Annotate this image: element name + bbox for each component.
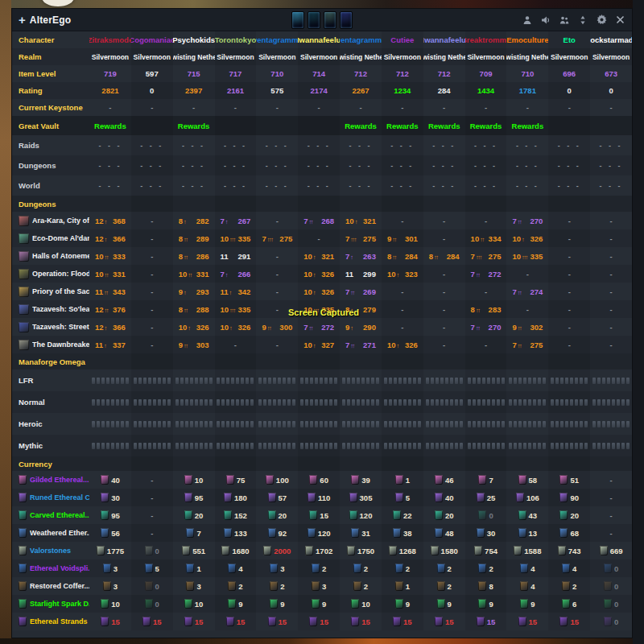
- currency-label: Restored Coffer...: [12, 577, 89, 595]
- boss-box: [175, 443, 179, 449]
- vault-slots-row-dungeons: Dungeons- - -- - -- - -- - -- - -- - -- …: [12, 155, 632, 175]
- raid-progress-cell: [131, 413, 173, 435]
- boss-box: [134, 443, 137, 449]
- boss-box: [324, 421, 328, 427]
- dungeon-score-cell: 7↑↑274: [506, 283, 548, 300]
- character-column-header[interactable]: Iwannafeelu: [423, 31, 465, 48]
- boss-box: [300, 378, 303, 384]
- close-icon[interactable]: [614, 14, 625, 26]
- currency-value-cell: 152: [215, 506, 257, 524]
- boss-box: [538, 378, 541, 384]
- boss-box: [283, 378, 286, 384]
- character-column-header[interactable]: Zitraksmode: [89, 31, 131, 48]
- dungeon-label[interactable]: Priory of the Sac...: [12, 283, 89, 300]
- character-column-header[interactable]: Torontokyo: [215, 31, 257, 48]
- character-column-header[interactable]: Iwannafeelu: [298, 31, 340, 48]
- currency-name: Weathered Ether...: [30, 529, 89, 537]
- currency-row: Carved Ethereal...95-2015220151202220043…: [12, 506, 632, 524]
- dungeon-label[interactable]: Tazavesh: So'lea...: [12, 300, 89, 318]
- vault-rewards-cell[interactable]: Rewards: [173, 116, 215, 135]
- character-column-header[interactable]: Psychokids: [173, 31, 215, 48]
- section-spacer: [423, 456, 465, 471]
- boss-box: [250, 443, 254, 449]
- portal-icon-2[interactable]: [308, 11, 320, 29]
- character-column-header[interactable]: Pentagramma: [340, 31, 382, 48]
- character-column-header[interactable]: Rockstarmade: [590, 31, 632, 48]
- vault-rewards-cell[interactable]: Rewards: [340, 116, 382, 135]
- row-label: World: [12, 175, 89, 196]
- boss-box: [617, 421, 620, 427]
- boss-box: [565, 399, 568, 406]
- character-column-header[interactable]: Cogomaniac: [131, 31, 173, 48]
- character-column-header[interactable]: Breaktromme: [465, 31, 507, 48]
- character-column-header[interactable]: Eto: [548, 31, 590, 48]
- boss-box: [268, 443, 271, 449]
- boss-box: [584, 399, 588, 406]
- boss-box: [565, 443, 568, 449]
- vault-rewards-cell[interactable]: Rewards: [89, 116, 131, 135]
- boss-box: [241, 443, 244, 449]
- dungeon-label[interactable]: Ara-Kara, City of...: [12, 212, 89, 229]
- currency-icon: [268, 528, 276, 538]
- boss-kill-indicators: [342, 399, 379, 406]
- section-spacer: [590, 196, 632, 212]
- dungeon-label[interactable]: Eco-Dome Al'dani: [12, 229, 89, 247]
- vault-slot-cell: - - -: [215, 155, 257, 175]
- dungeon-label[interactable]: Operation: Flood...: [12, 265, 89, 283]
- sort-icon[interactable]: [577, 14, 588, 26]
- boss-box: [347, 399, 350, 406]
- dungeon-label[interactable]: The Dawnbreaker: [12, 336, 89, 353]
- vault-rewards-cell[interactable]: Rewards: [382, 116, 423, 135]
- boss-box: [384, 421, 387, 427]
- currency-label: Valorstones: [12, 542, 89, 559]
- boss-kill-indicators: [92, 443, 129, 449]
- portal-icon-4[interactable]: [340, 11, 353, 29]
- character-column-header[interactable]: Emoculture: [506, 31, 548, 48]
- boss-box: [111, 399, 114, 406]
- boss-box: [126, 399, 129, 406]
- vault-rewards-cell[interactable]: Rewards: [506, 116, 548, 135]
- boss-box: [371, 443, 374, 449]
- section-spacer: [131, 353, 173, 369]
- boss-box: [551, 421, 554, 427]
- character-icon[interactable]: [522, 14, 533, 26]
- boss-kill-indicators: [175, 443, 213, 449]
- dungeon-score-cell: 10↑326: [298, 265, 340, 283]
- dungeon-label[interactable]: Tazavesh: Street...: [12, 318, 89, 336]
- currency-icon: [347, 546, 355, 555]
- vault-slot-cell: - - -: [465, 155, 507, 175]
- boss-box: [436, 443, 439, 449]
- boss-box: [543, 399, 546, 406]
- boss-box: [106, 443, 109, 449]
- dungeon-label[interactable]: Halls of Atoneme...: [12, 247, 89, 265]
- item-level-cell: 597: [131, 65, 173, 82]
- boss-box: [310, 443, 313, 449]
- boss-box: [617, 378, 620, 384]
- vault-rewards-cell[interactable]: Rewards: [423, 116, 465, 135]
- raid-progress-cell: [590, 435, 632, 456]
- currency-icon: [559, 617, 568, 626]
- settings-icon[interactable]: [596, 14, 607, 26]
- vault-rewards-cell[interactable]: Rewards: [465, 116, 507, 135]
- boss-box: [347, 378, 350, 384]
- boss-box: [342, 399, 345, 406]
- currency-icon: [351, 528, 359, 538]
- dungeon-score-cell: -: [590, 318, 632, 336]
- character-column-header[interactable]: Pentagramma: [256, 31, 298, 48]
- sound-icon[interactable]: [540, 14, 551, 26]
- portal-icon-3[interactable]: [324, 11, 336, 29]
- vault-slot-cell: - - -: [173, 175, 215, 196]
- boss-box: [217, 421, 220, 427]
- boss-box: [455, 399, 458, 406]
- party-icon[interactable]: [559, 14, 570, 26]
- row-label-text: Currency: [19, 460, 52, 469]
- boss-box: [153, 421, 156, 427]
- boss-box: [366, 399, 369, 406]
- boss-box: [310, 421, 313, 427]
- dungeon-score-cell: -: [548, 300, 590, 318]
- currency-value-cell: 9: [423, 595, 465, 613]
- character-column-header[interactable]: Cutiee: [382, 31, 423, 48]
- portal-icon-1[interactable]: [291, 11, 304, 29]
- boss-box: [246, 399, 249, 406]
- raid-progress-cell: [590, 413, 632, 435]
